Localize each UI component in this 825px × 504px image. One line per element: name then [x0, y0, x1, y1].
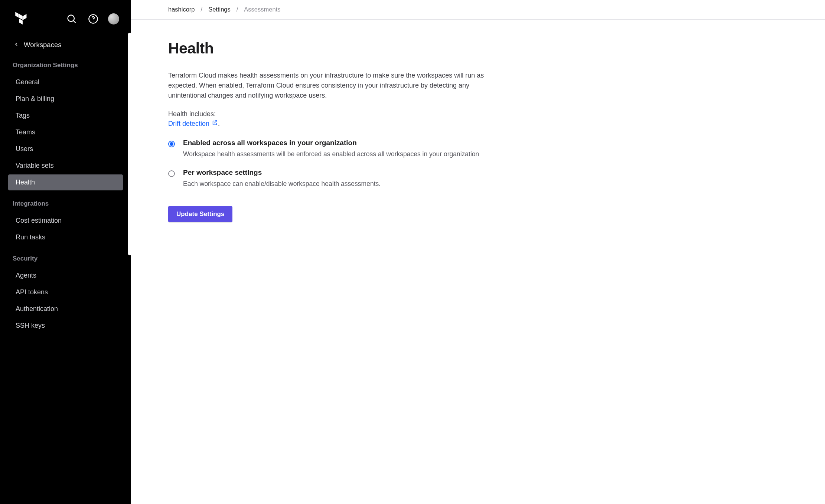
- health-options-group: Enabled across all workspaces in your or…: [168, 139, 502, 189]
- sidebar-sections: Organization SettingsGeneralPlan & billi…: [0, 56, 131, 337]
- radio-button-1[interactable]: [168, 170, 175, 177]
- breadcrumb-settings[interactable]: Settings: [208, 6, 231, 13]
- sidebar-item-ssh-keys[interactable]: SSH keys: [8, 318, 123, 334]
- sidebar-item-variable-sets[interactable]: Variable sets: [8, 158, 123, 174]
- workspaces-link[interactable]: Workspaces: [0, 34, 131, 56]
- help-icon[interactable]: [87, 12, 100, 26]
- link-suffix: .: [218, 120, 220, 127]
- breadcrumb: hashicorp/Settings/Assessments: [131, 0, 825, 20]
- terraform-logo[interactable]: [13, 10, 29, 27]
- svg-point-4: [68, 15, 75, 22]
- radio-title-0: Enabled across all workspaces in your or…: [183, 139, 502, 147]
- avatar[interactable]: [108, 13, 119, 24]
- radio-description-1: Each workspace can enable/disable worksp…: [183, 179, 502, 189]
- radio-text-0: Enabled across all workspaces in your or…: [183, 139, 502, 159]
- link-text: Drift detection: [168, 120, 209, 128]
- breadcrumb-separator: /: [201, 6, 203, 13]
- section-header-1: Integrations: [0, 194, 131, 211]
- radio-text-1: Per workspace settingsEach workspace can…: [183, 168, 502, 189]
- chevron-left-icon: [13, 41, 19, 49]
- nav-items-2: AgentsAPI tokensAuthenticationSSH keys: [0, 266, 131, 337]
- sidebar-item-authentication[interactable]: Authentication: [8, 301, 123, 317]
- breadcrumb-assessments: Assessments: [244, 6, 280, 13]
- sidebar-item-health[interactable]: Health: [8, 174, 123, 190]
- main: hashicorp/Settings/Assessments Health Te…: [131, 0, 825, 504]
- sidebar-header: [0, 0, 131, 34]
- sidebar-item-general[interactable]: General: [8, 74, 123, 90]
- health-option-1: Per workspace settingsEach workspace can…: [168, 168, 502, 189]
- breadcrumb-hashicorp[interactable]: hashicorp: [168, 6, 195, 13]
- sidebar-item-users[interactable]: Users: [8, 141, 123, 157]
- header-actions: [65, 12, 119, 26]
- section-header-2: Security: [0, 249, 131, 266]
- nav-items-1: Cost estimationRun tasks: [0, 211, 131, 249]
- health-option-0: Enabled across all workspaces in your or…: [168, 139, 502, 159]
- workspaces-label: Workspaces: [24, 41, 61, 49]
- sidebar: Workspaces Organization SettingsGeneralP…: [0, 0, 131, 504]
- sidebar-item-agents[interactable]: Agents: [8, 268, 123, 284]
- section-header-0: Organization Settings: [0, 56, 131, 73]
- update-settings-button[interactable]: Update Settings: [168, 206, 232, 222]
- breadcrumb-separator: /: [237, 6, 238, 13]
- svg-point-7: [93, 21, 94, 22]
- radio-title-1: Per workspace settings: [183, 168, 502, 177]
- sidebar-item-plan-billing[interactable]: Plan & billing: [8, 91, 123, 107]
- page-title: Health: [168, 40, 502, 57]
- radio-button-0[interactable]: [168, 141, 175, 147]
- radio-description-0: Workspace health assessments will be enf…: [183, 149, 502, 159]
- external-link-icon: [212, 120, 218, 128]
- content: Health Terraform Cloud makes health asse…: [131, 20, 539, 242]
- sidebar-item-api-tokens[interactable]: API tokens: [8, 284, 123, 300]
- svg-marker-0: [15, 12, 19, 18]
- svg-line-5: [74, 21, 76, 23]
- page-description: Terraform Cloud makes health assessments…: [168, 71, 502, 101]
- health-includes-label: Health includes:: [168, 110, 502, 118]
- sidebar-item-tags[interactable]: Tags: [8, 108, 123, 124]
- search-icon[interactable]: [65, 12, 78, 26]
- svg-marker-2: [23, 14, 26, 20]
- sidebar-item-cost-estimation[interactable]: Cost estimation: [8, 213, 123, 229]
- health-includes-link-row: Drift detection .: [168, 120, 502, 128]
- sidebar-item-teams[interactable]: Teams: [8, 124, 123, 140]
- sidebar-item-run-tasks[interactable]: Run tasks: [8, 229, 123, 245]
- drift-detection-link[interactable]: Drift detection: [168, 120, 218, 128]
- nav-items-0: GeneralPlan & billingTagsTeamsUsersVaria…: [0, 73, 131, 194]
